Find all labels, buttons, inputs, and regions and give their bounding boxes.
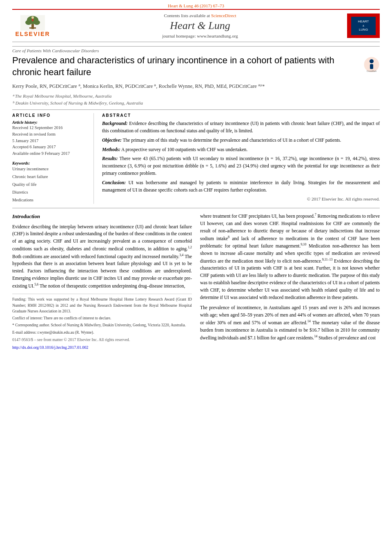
conflict-note: Conflict of interest: There are no confl… [12,315,192,321]
article-content: Care of Patients With Cardiovascular Dis… [0,46,392,351]
keyword-3: Quality of life [12,181,88,189]
page: Heart & Lung 46 (2017) 67–73 ELSEVIER [0,0,392,533]
right-intro-para2: The prevalence of incontinence, in Austr… [200,304,380,341]
body-left-col: Introduction Evidence describing the int… [12,212,192,350]
sup-9-10: 9,10 [301,243,306,246]
svg-point-13 [370,59,374,63]
email-note: E-mail address: r.wyme@deakin.edu.au (R.… [12,330,192,335]
abstract-objective: Objective: The primary aim of this study… [102,137,380,144]
objective-text: The primary aim of this study was to det… [123,138,341,143]
doi-link[interactable]: http://dx.doi.org/10.1016/j.hrclng.2017.… [12,345,88,350]
svg-text:HEART: HEART [358,20,369,23]
abstract-methods: Methods: A prospective survey of 100 out… [102,146,380,154]
affiliations: ᵃ The Royal Melbourne Hospital, Melbourn… [12,93,380,106]
conclusion-text: UI was bothersome and managed by patient… [102,180,380,192]
keyword-1: Urinary incontinence [12,165,88,173]
sup-1-2: 1,2 [188,245,192,249]
affiliation-b: ᵇ Deakin University, School of Nursing &… [12,100,380,107]
body-right-col: where treatment for CHF precipitates UI,… [200,212,380,350]
methods-label: Methods: [102,147,120,152]
article-info-col: ARTICLE INFO Article history: Received 1… [12,113,94,204]
body-two-col: Introduction Evidence describing the int… [12,208,380,350]
keyword-5: Medications [12,196,88,204]
abstract-conclusion: Conclusion: UI was bothersome and manage… [102,179,380,194]
journal-top-bar: Heart & Lung 46 (2017) 67–73 [12,3,380,8]
received-date: Received 12 September 2016 [12,125,88,131]
available-date: Available online 9 February 2017 [12,150,88,157]
journal-title: Heart & Lung [53,20,347,32]
sup-7: 7 [315,213,316,216]
keyword-2: Chronic heart failure [12,173,88,181]
svg-rect-7 [32,19,33,21]
journal-volume-info: Heart & Lung 46 (2017) 67–73 [168,3,224,8]
svg-point-2 [25,20,32,25]
sup-9-11-13: 9,11–13 [322,258,333,261]
right-intro-para1: where treatment for CHF precipitates UI,… [200,212,380,301]
sup-5-6: 5,6 [34,283,38,286]
keyword-4: Diuretics [12,189,88,196]
svg-text:CrossMark: CrossMark [367,70,377,72]
elsevier-tree-icon [20,15,45,31]
divider-line [12,109,380,110]
contents-label: Contents lists available at [164,13,210,18]
article-title-row: CrossMark Prevalence and characteristics… [12,55,380,78]
methods-text: A prospective survey of 100 outpatients … [121,147,247,152]
article-title: Prevalence and characteristics of urinar… [12,55,380,78]
keywords-list: Urinary incontinence Chronic heart failu… [12,165,88,204]
svg-rect-5 [29,27,36,29]
sup-3-4: 3,4 [179,253,183,257]
article-history-label: Article history: [12,120,88,125]
body-content: Introduction Evidence describing the int… [12,208,380,350]
elsevier-logo: ELSEVIER [12,15,53,37]
received-revised-label: Received in revised form [12,131,88,138]
accepted-date: Accepted 6 January 2017 [12,144,88,150]
footnotes: Funding: This work was supported by a Ro… [12,294,192,335]
authors: Kerry Poole, RN, PGDCritCare ᵃ, Monica K… [12,82,380,90]
svg-point-6 [31,16,34,19]
objective-label: Objective: [102,138,122,143]
elsevier-text: ELSEVIER [15,31,50,37]
authors-text: Kerry Poole, RN, PGDCritCare ᵃ, Monica K… [12,83,265,89]
abstract-text: Background: Evidence describing the char… [102,120,380,194]
background-text: Evidence describing the characteristics … [102,121,380,133]
article-section-label: Care of Patients With Cardiovascular Dis… [12,46,380,53]
pii-line: 0147-9563/$ – see front matter © 2017 El… [12,337,192,343]
journal-center: Contents lists available at ScienceDirec… [53,13,347,38]
article-info-title: ARTICLE INFO [12,113,88,118]
abstract-title: ABSTRACT [102,113,380,118]
sup-8: 8 [228,235,229,239]
funding-note: Funding: This work was supported by a Ro… [12,297,192,314]
journal-header: Heart & Lung 46 (2017) 67–73 ELSEVIER [0,0,392,42]
corresponding-note: * Corresponding author. School of Nursin… [12,322,192,328]
intro-para1: Evidence describing the interplay betwee… [12,223,192,290]
results-label: Results: [102,156,118,161]
copyright: © 2017 Elsevier Inc. All rights reserved… [102,196,380,201]
keywords-label: Keywords: [12,161,88,165]
affiliation-a: ᵃ The Royal Melbourne Hospital, Melbourn… [12,93,380,100]
science-direct-label: Contents lists available at ScienceDirec… [53,13,347,18]
sup-14: 14 [307,319,311,323]
svg-text:&: & [363,25,364,27]
journal-homepage: journal homepage: www.heartandlung.org [53,33,347,38]
heart-lung-logo-icon: HEART & LUNG [351,17,376,35]
heart-lung-logo-box: HEART & LUNG [347,13,380,38]
sup-14b: 14 [314,335,317,338]
svg-text:LUNG: LUNG [359,28,368,31]
svg-point-3 [33,20,40,25]
svg-rect-14 [370,64,373,69]
introduction-heading: Introduction [12,212,192,221]
conclusion-label: Conclusion: [102,180,126,185]
background-label: Background: [102,121,128,126]
journal-logo-row: ELSEVIER Contents lists available at Sci… [12,9,380,42]
results-text: There were 43 (65.1%) patients with UI s… [102,156,380,176]
info-abstract-row: ARTICLE INFO Article history: Received 1… [12,113,380,204]
received-revised-date: 5 January 2017 [12,138,88,144]
crossmark-icon: CrossMark [363,56,380,73]
abstract-results: Results: There were 43 (65.1%) patients … [102,155,380,177]
abstract-background: Background: Evidence describing the char… [102,120,380,135]
crossmark: CrossMark [363,56,380,74]
abstract-col: ABSTRACT Background: Evidence describing… [102,113,380,204]
doi-line: http://dx.doi.org/10.1016/j.hrclng.2017.… [12,344,192,351]
science-direct-link[interactable]: ScienceDirect [211,13,236,18]
